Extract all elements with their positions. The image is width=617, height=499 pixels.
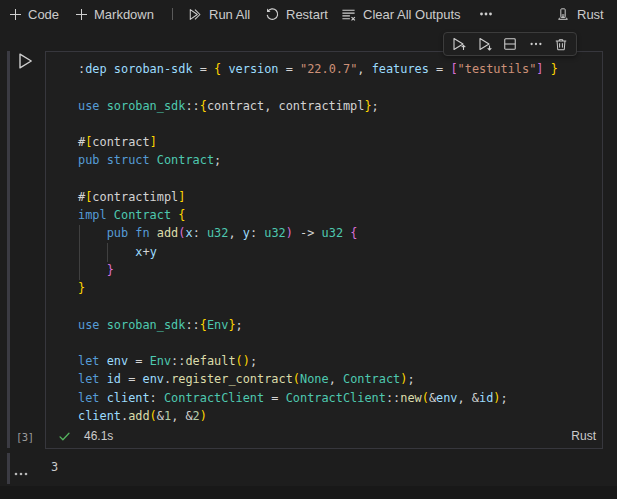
clear-all-outputs-button[interactable]: Clear All Outputs bbox=[341, 0, 461, 28]
code-line: let client: ContractClient = ContractCli… bbox=[78, 389, 602, 407]
code-line: client.add(&1, &2) bbox=[78, 407, 602, 425]
code-line: x+y bbox=[78, 243, 602, 261]
code-line: ​ bbox=[78, 297, 602, 315]
kernel-icon bbox=[556, 7, 570, 22]
plus-icon bbox=[10, 9, 21, 20]
play-down-icon bbox=[477, 36, 493, 52]
code-line: ​ bbox=[78, 115, 602, 133]
restart-button[interactable]: Restart bbox=[265, 0, 328, 28]
split-cell-icon bbox=[503, 37, 517, 51]
output-focus-indicator[interactable] bbox=[7, 453, 10, 484]
cell-status-bar: 46.1s Rust bbox=[46, 424, 602, 448]
run-all-icon bbox=[187, 7, 202, 22]
cell-language-picker[interactable]: Rust bbox=[571, 429, 596, 443]
ellipsis-icon bbox=[529, 37, 543, 51]
code-line: } bbox=[78, 261, 602, 279]
execute-below-button[interactable] bbox=[475, 34, 495, 54]
execution-count: [3] bbox=[16, 431, 33, 443]
add-code-cell-button[interactable]: Code bbox=[10, 0, 59, 28]
code-line: #[contractimpl] bbox=[78, 188, 602, 206]
cell-editor[interactable]: :dep soroban-sdk = { version = "22.0.7",… bbox=[46, 52, 602, 424]
success-check-icon bbox=[58, 430, 71, 443]
code-line: use soroban_sdk::{Env}; bbox=[78, 316, 602, 334]
add-markdown-label: Markdown bbox=[94, 7, 154, 22]
code-line: let id = env.register_contract(None, Con… bbox=[78, 370, 602, 388]
toolbar-more-actions-button[interactable] bbox=[478, 0, 494, 28]
code-line: ​ bbox=[78, 170, 602, 188]
kernel-label: Rust bbox=[577, 7, 604, 22]
cell-output-value: 3 bbox=[51, 460, 58, 474]
cell-toolbar bbox=[443, 32, 577, 56]
code-line: pub fn add(x: u32, y: u32) -> u32 { bbox=[78, 224, 602, 242]
output-options-button[interactable] bbox=[14, 463, 28, 469]
restart-label: Restart bbox=[286, 7, 328, 22]
code-content: :dep soroban-sdk = { version = "22.0.7",… bbox=[46, 52, 602, 425]
ellipsis-icon bbox=[14, 471, 28, 477]
play-icon bbox=[15, 51, 35, 71]
indent-guide bbox=[107, 243, 108, 262]
split-cell-button[interactable] bbox=[500, 34, 520, 54]
code-line: :dep soroban-sdk = { version = "22.0.7",… bbox=[78, 60, 602, 78]
kernel-picker-button[interactable]: Rust bbox=[556, 0, 604, 28]
toolbar-separator bbox=[172, 8, 173, 20]
run-all-label: Run All bbox=[209, 7, 250, 22]
cell-more-actions-button[interactable] bbox=[526, 34, 546, 54]
code-line: #[contract] bbox=[78, 133, 602, 151]
code-line: ​ bbox=[78, 78, 602, 96]
trash-icon bbox=[554, 37, 568, 52]
notebook-toolbar: Code Markdown Run All Restart bbox=[0, 0, 617, 28]
add-code-label: Code bbox=[28, 7, 59, 22]
code-line: impl Contract { bbox=[78, 206, 602, 224]
play-up-icon bbox=[451, 36, 467, 52]
clear-all-label: Clear All Outputs bbox=[363, 7, 461, 22]
delete-cell-button[interactable] bbox=[551, 34, 571, 54]
run-cell-button[interactable] bbox=[15, 51, 35, 71]
cell-focus-indicator[interactable] bbox=[7, 51, 10, 448]
bottom-background-band bbox=[0, 486, 617, 499]
plus-icon bbox=[76, 9, 87, 20]
code-cell: :dep soroban-sdk = { version = "22.0.7",… bbox=[45, 51, 603, 449]
execute-above-button[interactable] bbox=[449, 34, 469, 54]
cell-status-left: 46.1s bbox=[58, 429, 113, 443]
code-line: pub struct Contract; bbox=[78, 151, 602, 169]
code-line: ​ bbox=[78, 334, 602, 352]
add-markdown-cell-button[interactable]: Markdown bbox=[76, 0, 154, 28]
run-all-button[interactable]: Run All bbox=[187, 0, 250, 28]
code-line: let env = Env::default(); bbox=[78, 352, 602, 370]
clear-all-icon bbox=[341, 7, 356, 22]
restart-icon bbox=[265, 7, 279, 21]
code-line: use soroban_sdk::{contract, contractimpl… bbox=[78, 97, 602, 115]
ellipsis-icon bbox=[478, 6, 494, 22]
code-line: } bbox=[78, 279, 602, 297]
indent-guide bbox=[79, 225, 80, 280]
execution-duration: 46.1s bbox=[84, 429, 113, 443]
